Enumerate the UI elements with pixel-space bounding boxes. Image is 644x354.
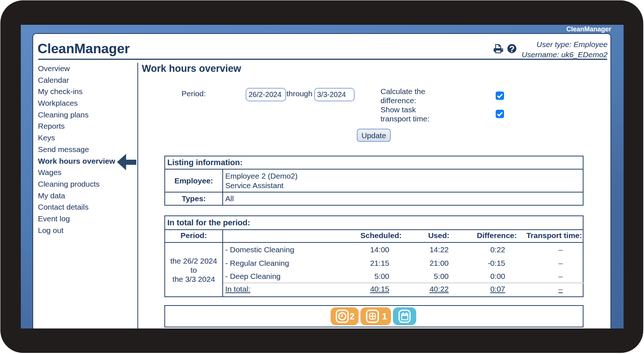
- svg-text:?: ?: [509, 44, 515, 53]
